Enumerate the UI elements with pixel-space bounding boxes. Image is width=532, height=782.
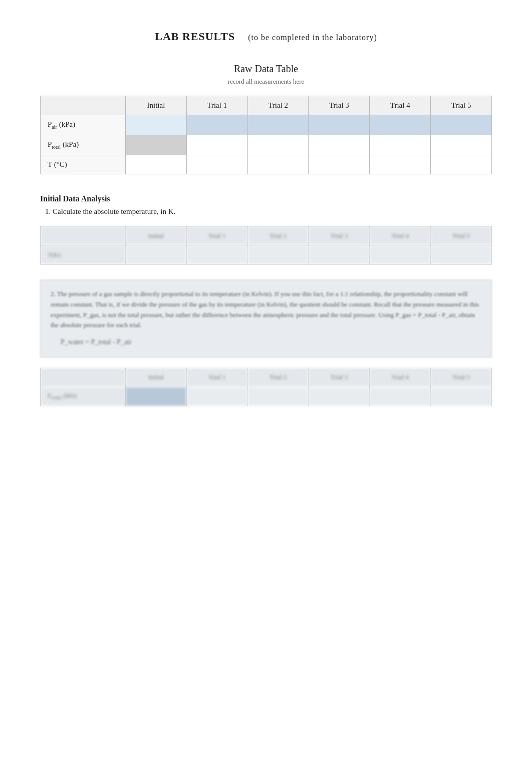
col-header-trial4: Trial 4 [370, 96, 431, 115]
table-header-row: Initial Trial 1 Trial 2 Trial 3 Trial 4 … [41, 96, 492, 115]
ptotal-trial3[interactable] [309, 135, 370, 155]
analysis-question2: 2. The pressure of a gas sample is direc… [40, 280, 492, 358]
pair-trial4[interactable] [370, 115, 431, 135]
pwater-trial4[interactable] [370, 387, 431, 406]
pwater-trial3[interactable] [309, 387, 370, 406]
analysis-item1: 1. Calculate the absolute temperature, i… [40, 207, 492, 216]
tk-trial2[interactable] [247, 245, 309, 265]
col-header-trial5-3: Trial 5 [431, 368, 492, 387]
row-label-pwater: Pwater (kPa) [41, 387, 126, 406]
pwater-trial1[interactable] [186, 387, 247, 406]
raw-data-title: Raw Data Table [40, 63, 492, 75]
tk-trial3[interactable] [309, 245, 370, 265]
analysis-table2-wrapper: Initial Trial 1 Trial 2 Trial 3 Trial 4 … [40, 368, 492, 406]
ptotal-trial5[interactable] [431, 135, 492, 155]
ptotal-initial[interactable] [126, 135, 187, 155]
col-header-trial4-3: Trial 4 [370, 368, 431, 387]
row-label-pair: Pair (kPa) [41, 115, 126, 135]
table-row: T (°C) [41, 155, 492, 174]
temp-trial2[interactable] [247, 155, 309, 174]
col-header-trial1-2: Trial 1 [186, 226, 247, 245]
col-header-blank3 [41, 368, 126, 387]
col-header-trial5-2: Trial 5 [431, 226, 492, 245]
analysis-table1: Initial Trial 1 Trial 2 Trial 3 Trial 4 … [40, 226, 492, 265]
formula-line: P_water = P_total - P_air [51, 337, 481, 348]
tk-trial5[interactable] [431, 245, 492, 265]
col-header-trial2-2: Trial 2 [247, 226, 309, 245]
tk-trial4[interactable] [370, 245, 431, 265]
col-header-trial3-2: Trial 3 [309, 226, 370, 245]
pwater-initial[interactable] [126, 387, 187, 406]
col-header-trial2-3: Trial 2 [247, 368, 309, 387]
page-title: LAB RESULTS (to be completed in the labo… [155, 30, 377, 43]
pair-trial2[interactable] [247, 115, 309, 135]
table-row: T(K) [41, 245, 492, 265]
pair-trial5[interactable] [431, 115, 492, 135]
raw-data-section: Raw Data Table record all measurements h… [40, 63, 492, 174]
analysis-table1-header: Initial Trial 1 Trial 2 Trial 3 Trial 4 … [41, 226, 492, 245]
question2-text: 2. The pressure of a gas sample is direc… [51, 290, 479, 329]
ptotal-trial2[interactable] [247, 135, 309, 155]
tk-trial1[interactable] [186, 245, 247, 265]
table-row: Pair (kPa) [41, 115, 492, 135]
analysis-title: Initial Data Analysis [40, 194, 492, 203]
col-header-initial3: Initial [126, 368, 187, 387]
row-label-tk: T(K) [41, 245, 126, 265]
title-text: LAB RESULTS [155, 30, 235, 43]
tk-initial[interactable] [126, 245, 187, 265]
raw-data-note: record all measurements here [40, 78, 492, 86]
ptotal-trial4[interactable] [370, 135, 431, 155]
temp-trial5[interactable] [431, 155, 492, 174]
col-header-trial4-2: Trial 4 [370, 226, 431, 245]
analysis-table2: Initial Trial 1 Trial 2 Trial 3 Trial 4 … [40, 368, 492, 406]
pair-trial3[interactable] [309, 115, 370, 135]
table-row: Ptotal (kPa) [41, 135, 492, 155]
temp-trial1[interactable] [186, 155, 247, 174]
col-header-trial2: Trial 2 [247, 96, 309, 115]
raw-data-table: Initial Trial 1 Trial 2 Trial 3 Trial 4 … [40, 96, 492, 174]
col-header-trial1: Trial 1 [186, 96, 247, 115]
analysis-table1-wrapper: Initial Trial 1 Trial 2 Trial 3 Trial 4 … [40, 226, 492, 265]
temp-initial[interactable] [126, 155, 187, 174]
col-header-initial2: Initial [126, 226, 187, 245]
page-header: LAB RESULTS (to be completed in the labo… [40, 30, 492, 43]
pair-trial1[interactable] [186, 115, 247, 135]
col-header-trial1-3: Trial 1 [186, 368, 247, 387]
subtitle-text: (to be completed in the laboratory) [248, 33, 377, 42]
col-header-blank2 [41, 226, 126, 245]
table-row: Pwater (kPa) [41, 387, 492, 406]
col-header-trial3: Trial 3 [309, 96, 370, 115]
temp-trial4[interactable] [370, 155, 431, 174]
ptotal-trial1[interactable] [186, 135, 247, 155]
pwater-trial2[interactable] [247, 387, 309, 406]
col-header-trial3-3: Trial 3 [309, 368, 370, 387]
row-label-temp: T (°C) [41, 155, 126, 174]
analysis-table2-header: Initial Trial 1 Trial 2 Trial 3 Trial 4 … [41, 368, 492, 387]
temp-trial3[interactable] [309, 155, 370, 174]
analysis-section: Initial Data Analysis 1. Calculate the a… [40, 194, 492, 406]
col-header-blank [41, 96, 126, 115]
col-header-initial: Initial [126, 96, 187, 115]
pwater-trial5[interactable] [431, 387, 492, 406]
col-header-trial5: Trial 5 [431, 96, 492, 115]
row-label-ptotal: Ptotal (kPa) [41, 135, 126, 155]
pair-initial[interactable] [126, 115, 187, 135]
